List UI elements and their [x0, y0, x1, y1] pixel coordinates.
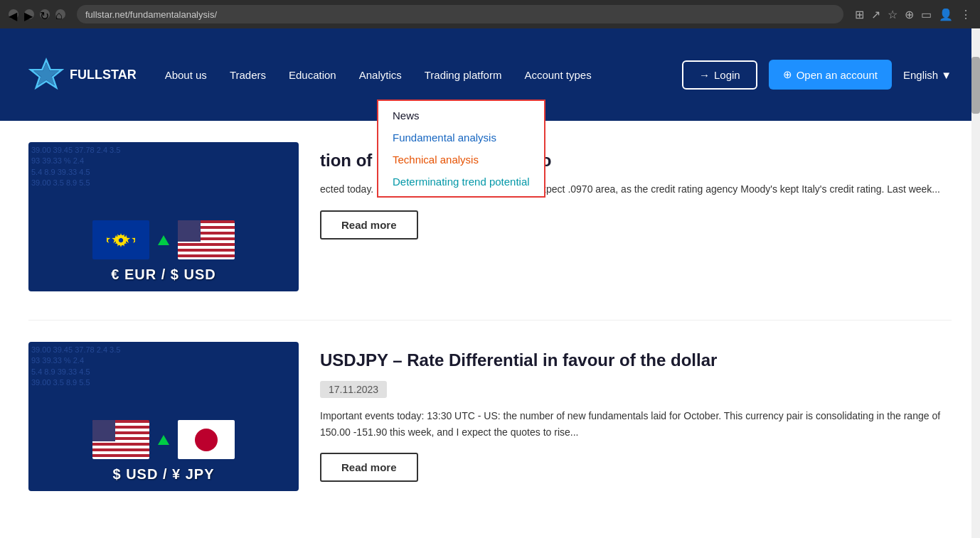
dropdown-fundamental-analysis[interactable]: Fundamental analysis [393, 131, 530, 144]
eu-flag: ★★★★★★★★★★★★ [92, 220, 149, 259]
pair-label-1: € EUR / $ USD [111, 267, 215, 283]
nav-links: About us Traders Education Analytics Tra… [165, 69, 682, 81]
screenshot-icon[interactable]: ⊞ [855, 8, 864, 21]
article-title-2: USDJPY – Rate Differential in favour of … [320, 349, 952, 371]
browser-chrome: ◀ ▶ ↻ ⌂ fullstar.net/fundamentalanalysis… [0, 0, 980, 28]
browser-toolbar: ⊞ ↗ ☆ ⊕ ▭ 👤 ⋮ [855, 8, 971, 21]
menu-icon[interactable]: ⋮ [960, 8, 971, 21]
refresh-button[interactable]: ↻ [40, 9, 50, 19]
language-label: English [903, 69, 938, 81]
nav-analytics[interactable]: Analytics [359, 69, 402, 81]
logo-text: FULLSTAR [70, 68, 137, 82]
login-button[interactable]: → Login [682, 60, 757, 90]
account-icon[interactable]: 👤 [939, 8, 953, 21]
forward-button[interactable]: ▶ [24, 9, 34, 19]
nav-traders[interactable]: Traders [230, 69, 266, 81]
url-text: fullstar.net/fundamentalanalysis/ [85, 9, 217, 20]
dropdown-technical-analysis[interactable]: Technical analysis [393, 154, 530, 166]
open-account-label: Open an account [797, 69, 878, 81]
share-icon[interactable]: ↗ [871, 8, 880, 21]
article-text-2: Important events today: 13:30 UTC - US: … [320, 408, 952, 440]
us-flag-2 [92, 420, 149, 459]
nav-education[interactable]: Education [289, 69, 336, 81]
extensions-icon[interactable]: ⊕ [905, 8, 914, 21]
jp-flag [178, 420, 235, 459]
bookmark-icon[interactable]: ☆ [888, 8, 898, 21]
dropdown-trend-potential[interactable]: Determinating trend potential [393, 176, 530, 188]
us-flag [178, 220, 235, 259]
read-more-button-2[interactable]: Read more [320, 453, 418, 482]
scrollbar-thumb[interactable] [971, 57, 980, 114]
nav-trading-platform[interactable]: Trading platform [425, 69, 502, 81]
open-account-button[interactable]: ⊕ Open an account [769, 60, 892, 90]
address-bar[interactable]: fullstar.net/fundamentalanalysis/ [77, 5, 843, 23]
trend-arrow-2 [158, 435, 169, 445]
logo[interactable]: FULLSTAR [28, 57, 137, 92]
back-button[interactable]: ◀ [9, 9, 18, 19]
language-selector[interactable]: English ▼ [903, 69, 952, 81]
trend-arrow-1 [158, 235, 169, 245]
jp-circle [195, 429, 218, 451]
analytics-dropdown: News Fundamental analysis Technical anal… [377, 99, 545, 198]
login-icon: → [699, 69, 710, 81]
article-content-2: USDJPY – Rate Differential in favour of … [320, 342, 952, 482]
article-separator [28, 320, 952, 321]
navbar: FULLSTAR About us Traders Education Anal… [0, 28, 980, 121]
pair-label-2: $ USD / ¥ JPY [112, 466, 214, 483]
flags-container-2 [92, 420, 235, 459]
login-label: Login [714, 69, 740, 81]
nav-account-types[interactable]: Account types [524, 69, 591, 81]
nav-actions: → Login ⊕ Open an account English ▼ [682, 60, 952, 90]
read-more-button-1[interactable]: Read more [320, 210, 418, 240]
dropdown-news[interactable]: News [393, 109, 530, 122]
article-usd-jpy: 39.00 39.45 37.78 2.4 3.5 93 39.33 % 2.4… [28, 342, 952, 491]
open-account-icon: ⊕ [783, 68, 792, 81]
logo-star-icon [28, 57, 64, 92]
article-image-eur-usd: 39.00 39.45 37.78 2.4 3.5 93 39.33 % 2.4… [28, 142, 299, 291]
article-image-usd-jpy: 39.00 39.45 37.78 2.4 3.5 93 39.33 % 2.4… [28, 342, 299, 491]
scrollbar[interactable] [971, 28, 980, 538]
flags-container-1: ★★★★★★★★★★★★ [92, 220, 235, 259]
window-icon[interactable]: ▭ [921, 8, 932, 21]
home-button[interactable]: ⌂ [55, 9, 65, 19]
nav-about-us[interactable]: About us [165, 69, 207, 81]
article-date-2: 17.11.2023 [320, 381, 387, 398]
chevron-down-icon: ▼ [941, 69, 952, 81]
